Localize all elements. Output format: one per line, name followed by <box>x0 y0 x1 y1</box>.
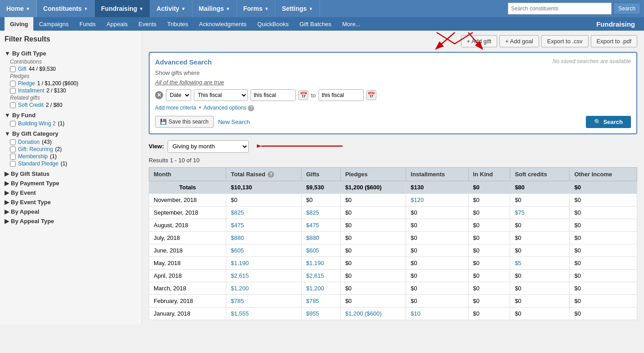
installment-checkbox[interactable] <box>10 88 16 94</box>
subnav-item-campaigns[interactable]: Campaigns <box>33 17 74 31</box>
nav-item-home[interactable]: Home ▼ <box>0 0 37 17</box>
membership-link[interactable]: Membership <box>18 153 48 160</box>
filter-appeal-type-header[interactable]: ▶ By Appeal Type <box>5 218 137 225</box>
installments-link[interactable]: $120 <box>411 197 424 203</box>
installments-link[interactable]: $10 <box>411 310 420 317</box>
nav-item-mailings[interactable]: Mailings ▼ <box>192 0 237 17</box>
filter-gift-status-header[interactable]: ▶ By Gift Status <box>5 170 137 177</box>
nav-item-settings[interactable]: Settings ▼ <box>275 0 320 17</box>
filter-installment-item: Installment 2 / $130 <box>10 87 137 94</box>
filter-event-header[interactable]: ▶ By Event <box>5 189 137 196</box>
gifts-link[interactable]: $955 <box>306 310 319 317</box>
filter-payment-type-header[interactable]: ▶ By Payment Type <box>5 180 137 187</box>
nav-item-constituents[interactable]: Constituents ▼ <box>37 0 95 17</box>
soft-credit-link[interactable]: Soft Credit <box>18 102 44 108</box>
criteria-to-input[interactable] <box>319 89 364 101</box>
subnav-item-more[interactable]: More... <box>337 17 365 31</box>
from-calendar-button[interactable]: 📅 <box>298 90 308 100</box>
to-calendar-button[interactable]: 📅 <box>366 90 376 100</box>
gifts-link[interactable]: $2,615 <box>306 272 324 279</box>
table-row: February, 2018 $785 $785 $0 $0 $0 $0 $0 <box>149 295 637 307</box>
gifts-link[interactable]: $1,200 <box>306 285 324 292</box>
donation-checkbox[interactable] <box>10 139 16 145</box>
subnav-item-events[interactable]: Events <box>133 17 162 31</box>
row-month: February, 2018 <box>149 295 226 307</box>
soft-credit-checkbox[interactable] <box>10 102 16 108</box>
subnav-item-tributes[interactable]: Tributes <box>162 17 193 31</box>
new-search-link[interactable]: New Search <box>218 119 250 125</box>
total-raised-link[interactable]: $785 <box>231 298 244 304</box>
fund-link[interactable]: Building Wing 2 <box>18 120 55 127</box>
remove-criteria-button[interactable]: ✕ <box>155 91 163 99</box>
row-other-income: $0 <box>570 244 637 257</box>
standard-pledge-link[interactable]: Standard Pledge <box>18 160 58 167</box>
advanced-options-link[interactable]: Advanced options <box>204 105 247 111</box>
donation-link[interactable]: Donation <box>18 139 40 145</box>
view-select[interactable]: Giving by month Giving by year Giving by… <box>168 140 249 153</box>
total-raised-link[interactable]: $2,615 <box>231 272 249 279</box>
totals-soft-credits: $80 <box>510 181 570 194</box>
gifts-link[interactable]: $880 <box>306 234 319 241</box>
nav-item-activity[interactable]: Activity ▼ <box>150 0 192 17</box>
search-input[interactable] <box>508 3 612 14</box>
criteria-field-select[interactable]: Date <box>166 89 191 101</box>
total-raised-link[interactable]: $1,200 <box>231 285 249 292</box>
subnav-item-appeals[interactable]: Appeals <box>101 17 133 31</box>
pledge-link[interactable]: Pledge <box>18 80 35 87</box>
filter-gift-type-header[interactable]: ▼ By Gift Type <box>5 50 137 57</box>
gifts-link[interactable]: $785 <box>306 298 319 304</box>
total-raised-link[interactable]: $1,190 <box>231 260 249 266</box>
add-goal-button[interactable]: + Add goal <box>499 35 539 47</box>
soft-credits-link[interactable]: $75 <box>515 209 525 216</box>
filter-event-type-header[interactable]: ▶ By Event Type <box>5 199 137 206</box>
gift-checkbox[interactable] <box>10 66 16 72</box>
row-soft-credits: $0 <box>510 282 570 295</box>
installment-link[interactable]: Installment <box>18 87 44 94</box>
subnav-item-quickbooks[interactable]: QuickBooks <box>252 17 294 31</box>
criteria-from-input[interactable] <box>251 89 296 101</box>
filter-fund-header[interactable]: ▼ By Fund <box>5 112 137 119</box>
subnav-item-gift-batches[interactable]: Gift Batches <box>294 17 337 31</box>
total-raised-link[interactable]: $825 <box>231 209 244 216</box>
nav-forms-caret: ▼ <box>265 6 269 11</box>
total-raised-link[interactable]: $1,555 <box>231 310 249 317</box>
filter-section-gift-type: ▼ By Gift Type Contributions Gift 44 / $… <box>5 50 137 108</box>
filter-appeal-header[interactable]: ▶ By Appeal <box>5 208 137 215</box>
standard-pledge-checkbox[interactable] <box>10 161 16 167</box>
gifts-link[interactable]: $825 <box>306 209 319 216</box>
export-pdf-button[interactable]: Export to .pdf <box>591 35 637 47</box>
row-in-kind: $0 <box>468 206 510 219</box>
nav-item-fundraising[interactable]: Fundraising ▼ <box>95 0 150 17</box>
filter-event-type-label: By Event Type <box>11 199 51 206</box>
export-csv-button[interactable]: Export to .csv <box>541 35 589 47</box>
search-button[interactable]: Search <box>613 3 640 14</box>
gifts-link[interactable]: $475 <box>306 222 319 229</box>
search-execute-button[interactable]: 🔍 Search <box>586 116 631 128</box>
recurring-checkbox[interactable] <box>10 147 16 152</box>
total-raised-help-icon[interactable]: ? <box>268 171 274 178</box>
help-icon[interactable]: ? <box>248 105 254 111</box>
subnav-item-giving[interactable]: Giving <box>5 17 33 31</box>
fund-checkbox[interactable] <box>10 121 16 127</box>
criteria-operator-select[interactable]: This fiscal <box>194 89 248 101</box>
total-raised-link[interactable]: $475 <box>231 222 244 229</box>
recurring-link[interactable]: Gift: Recurring <box>18 146 53 152</box>
add-gift-button[interactable]: + Add gift <box>461 35 498 47</box>
filter-gift-category-header[interactable]: ▼ By Gift Category <box>5 130 137 137</box>
pledge-checkbox[interactable] <box>10 81 16 87</box>
gifts-link[interactable]: $1,190 <box>306 260 324 266</box>
total-raised-link[interactable]: $605 <box>231 247 244 254</box>
gift-link[interactable]: Gift <box>18 66 27 72</box>
gifts-link[interactable]: $605 <box>306 247 319 254</box>
soft-credits-link[interactable]: $5 <box>515 260 521 266</box>
total-raised-link[interactable]: $880 <box>231 234 244 241</box>
subnav-item-acknowledgments[interactable]: Acknowledgments <box>194 17 252 31</box>
search-icon: 🔍 <box>594 119 601 125</box>
membership-checkbox[interactable] <box>10 154 16 160</box>
subnav-item-funds[interactable]: Funds <box>74 17 101 31</box>
nav-item-forms[interactable]: Forms ▼ <box>237 0 276 17</box>
pledges-link[interactable]: $1,200 ($600) <box>345 310 382 317</box>
nav-activity-label: Activity <box>156 5 179 12</box>
add-more-criteria-link[interactable]: Add more criteria <box>155 105 196 111</box>
save-search-button[interactable]: 💾 Save this search <box>155 116 214 128</box>
